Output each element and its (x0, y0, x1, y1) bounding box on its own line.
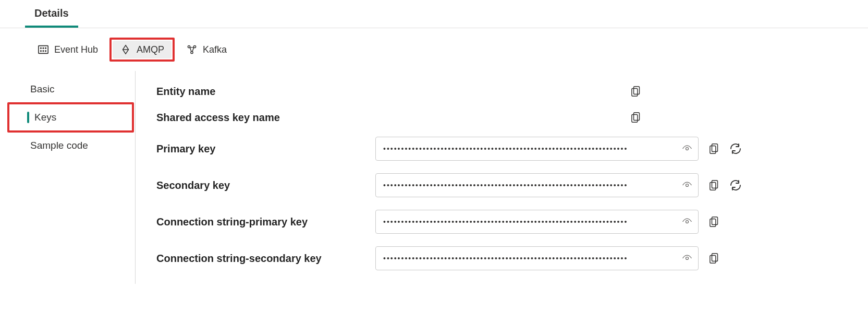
row-shared-access-key-name: Shared access key name (156, 104, 847, 130)
copy-conn-secondary[interactable] (708, 252, 722, 265)
grid-icon (38, 44, 49, 55)
row-conn-secondary: Connection string-secondary key ••••••••… (156, 240, 847, 277)
row-secondary-key: Secondary key ••••••••••••••••••••••••••… (156, 167, 847, 204)
sidebar-item-keys[interactable]: Keys (9, 104, 132, 130)
label-entity-name: Entity name (156, 86, 375, 98)
copy-shared-access-key-name[interactable] (630, 111, 643, 124)
input-conn-secondary[interactable]: ••••••••••••••••••••••••••••••••••••••••… (375, 246, 699, 270)
regenerate-primary-key[interactable] (729, 142, 742, 156)
copy-entity-name[interactable] (630, 85, 643, 98)
protocol-amqp[interactable]: AMQP (113, 41, 172, 58)
top-tabs: Details (0, 0, 868, 28)
reveal-secondary-key[interactable] (681, 179, 693, 192)
protocol-tabs: Event Hub AMQP Kafka (0, 28, 868, 71)
copy-secondary-key[interactable] (708, 178, 722, 192)
cluster-icon (186, 44, 198, 55)
label-secondary-key: Secondary key (156, 180, 375, 192)
main-panel: Entity name Shared access key name Prima… (136, 71, 868, 284)
input-conn-primary[interactable]: ••••••••••••••••••••••••••••••••••••••••… (375, 210, 699, 234)
tab-details[interactable]: Details (25, 0, 78, 28)
copy-conn-primary[interactable] (708, 215, 722, 229)
row-conn-primary: Connection string-primary key ••••••••••… (156, 204, 847, 240)
label-shared-access-key-name: Shared access key name (156, 112, 375, 124)
protocol-amqp-label: AMQP (137, 44, 164, 55)
side-nav: Basic Keys Sample code (5, 71, 136, 284)
input-primary-key[interactable]: ••••••••••••••••••••••••••••••••••••••••… (375, 137, 699, 161)
diamond-icon (120, 44, 131, 55)
protocol-kafka[interactable]: Kafka (179, 41, 234, 58)
keys-highlight: Keys (7, 102, 134, 133)
label-conn-secondary: Connection string-secondary key (156, 253, 375, 265)
label-conn-primary: Connection string-primary key (156, 216, 375, 228)
reveal-primary-key[interactable] (681, 142, 693, 155)
reveal-conn-secondary[interactable] (681, 252, 693, 265)
sidebar-item-sample-code[interactable]: Sample code (5, 133, 135, 159)
protocol-eventhub[interactable]: Event Hub (30, 41, 105, 58)
copy-primary-key[interactable] (708, 142, 722, 156)
input-secondary-key[interactable]: ••••••••••••••••••••••••••••••••••••••••… (375, 173, 699, 197)
protocol-eventhub-label: Event Hub (54, 44, 98, 55)
sidebar-item-basic[interactable]: Basic (5, 76, 135, 102)
amqp-highlight: AMQP (109, 38, 175, 62)
row-entity-name: Entity name (156, 78, 847, 104)
label-primary-key: Primary key (156, 143, 375, 155)
protocol-kafka-label: Kafka (203, 44, 227, 55)
regenerate-secondary-key[interactable] (729, 178, 742, 192)
reveal-conn-primary[interactable] (681, 216, 693, 228)
row-primary-key: Primary key ••••••••••••••••••••••••••••… (156, 130, 847, 167)
